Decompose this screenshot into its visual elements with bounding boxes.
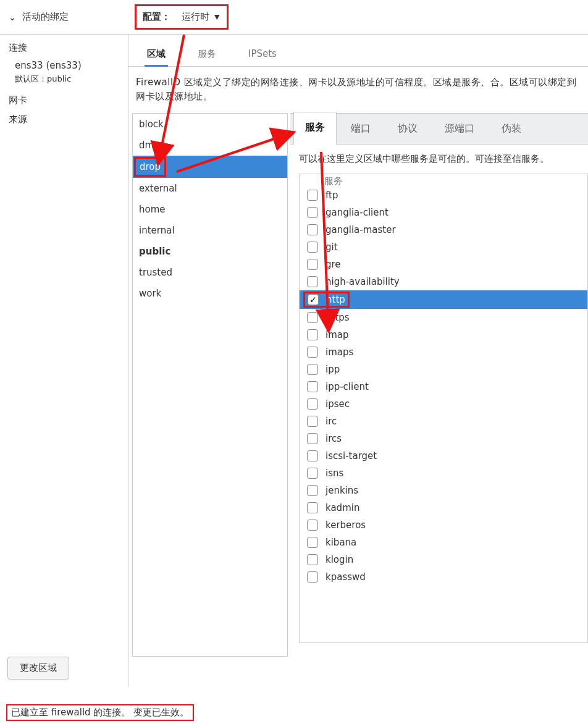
service-label: ipp	[326, 364, 340, 375]
service-checkbox[interactable]	[307, 329, 318, 340]
service-label: http	[326, 294, 345, 305]
service-checkbox[interactable]	[307, 207, 318, 218]
subtab-ports[interactable]: 端口	[340, 114, 382, 144]
services-list[interactable]: ftpganglia-clientganglia-mastergitgrehig…	[300, 174, 587, 642]
subtab-services[interactable]: 服务	[293, 112, 337, 145]
service-label: irc	[326, 416, 337, 427]
config-label: 配置：	[138, 7, 175, 27]
service-row-klogin[interactable]: klogin	[300, 551, 587, 568]
sidebar-nic-header: 网卡	[5, 91, 123, 110]
service-checkbox[interactable]	[307, 276, 318, 287]
zones-list[interactable]: blockdmzdropexternalhomeinternalpublictr…	[132, 113, 288, 657]
service-label: kpasswd	[326, 571, 366, 583]
service-label: imaps	[326, 347, 353, 358]
zone-item-internal[interactable]: internal	[133, 220, 287, 241]
services-description: 可以在这里定义区域中哪些服务是可信的。可连接至信服务。	[290, 145, 588, 171]
service-label: ftp	[326, 190, 338, 201]
service-row-https[interactable]: https	[300, 309, 587, 326]
config-value: 运行时	[182, 11, 209, 23]
service-label: ganglia-client	[326, 207, 388, 218]
service-row-irc[interactable]: irc	[300, 413, 587, 430]
service-row-ircs[interactable]: ircs	[300, 430, 587, 447]
service-row-imap[interactable]: imap	[300, 326, 587, 343]
service-checkbox[interactable]	[307, 364, 318, 375]
service-row-ganglia-master[interactable]: ganglia-master	[300, 221, 587, 238]
service-row-ganglia-client[interactable]: ganglia-client	[300, 204, 587, 221]
service-checkbox[interactable]	[307, 468, 318, 479]
service-row-ipp[interactable]: ipp	[300, 361, 587, 378]
service-row-isns[interactable]: isns	[300, 465, 587, 482]
zone-description: FirewallD 区域定义了绑定的网络连接、网卡以及源地址的可信程度。区域是服…	[128, 67, 588, 113]
tab-services[interactable]: 服务	[191, 44, 222, 66]
subtab-masquerade[interactable]: 伪装	[490, 114, 532, 144]
service-checkbox[interactable]	[307, 398, 318, 410]
service-label: kerberos	[326, 520, 366, 531]
zone-item-block[interactable]: block	[133, 114, 287, 135]
config-select[interactable]: 运行时 ▼	[175, 7, 225, 27]
zone-item-public[interactable]: public	[133, 241, 287, 262]
service-checkbox[interactable]	[307, 224, 318, 235]
service-row-ftp[interactable]: ftp	[300, 187, 587, 204]
service-label: iscsi-target	[326, 450, 377, 461]
service-row-ipp-client[interactable]: ipp-client	[300, 378, 587, 395]
service-row-kpasswd[interactable]: kpasswd	[300, 568, 587, 586]
service-row-kadmin[interactable]: kadmin	[300, 499, 587, 516]
service-checkbox[interactable]	[307, 571, 318, 583]
service-checkbox[interactable]	[308, 294, 319, 305]
service-checkbox[interactable]	[307, 450, 318, 461]
service-checkbox[interactable]	[307, 433, 318, 444]
service-checkbox[interactable]	[307, 381, 318, 392]
tab-zones[interactable]: 区域	[141, 44, 172, 66]
service-row-kibana[interactable]: kibana	[300, 534, 587, 551]
service-label: isns	[326, 468, 343, 479]
service-checkbox[interactable]	[307, 416, 318, 427]
zone-item-drop[interactable]: drop	[133, 156, 287, 178]
service-checkbox[interactable]	[307, 520, 318, 531]
sidebar-default-zone: 默认区：public	[5, 72, 123, 91]
service-row-high-availability[interactable]: high-availability	[300, 273, 587, 290]
change-zone-button[interactable]: 更改区域	[7, 657, 69, 680]
service-checkbox[interactable]	[307, 242, 318, 253]
active-bindings-label: 活动的绑定	[22, 11, 69, 23]
service-label: https	[326, 312, 350, 323]
service-row-ipsec[interactable]: ipsec	[300, 395, 587, 413]
sidebar-interface[interactable]: ens33 (ens33)	[5, 59, 123, 72]
chevron-down-icon: ⌄	[9, 12, 16, 22]
service-checkbox[interactable]	[307, 347, 318, 358]
service-label: ircs	[326, 433, 342, 444]
service-checkbox[interactable]	[307, 554, 318, 565]
service-row-kerberos[interactable]: kerberos	[300, 516, 587, 534]
service-row-imaps[interactable]: imaps	[300, 343, 587, 361]
service-label: jenkins	[326, 485, 358, 496]
service-row-gre[interactable]: gre	[300, 256, 587, 273]
service-checkbox[interactable]	[307, 502, 318, 513]
zone-item-home[interactable]: home	[133, 199, 287, 220]
service-label: imap	[326, 329, 349, 340]
active-bindings-header[interactable]: ⌄ 活动的绑定	[0, 0, 128, 34]
service-row-jenkins[interactable]: jenkins	[300, 482, 587, 499]
service-checkbox[interactable]	[307, 259, 318, 270]
service-label: kibana	[326, 537, 356, 548]
sidebar-connections-header: 连接	[5, 40, 123, 59]
status-bar: 已建立至 firewalld 的连接。 变更已生效。	[6, 704, 194, 721]
service-row-git[interactable]: git	[300, 238, 587, 256]
tab-ipsets[interactable]: IPSets	[242, 44, 283, 66]
zone-item-trusted[interactable]: trusted	[133, 262, 287, 283]
service-label: high-availability	[326, 276, 400, 287]
service-checkbox[interactable]	[307, 190, 318, 201]
subtab-protocols[interactable]: 协议	[387, 114, 429, 144]
services-column-header: 服务	[322, 175, 345, 187]
caret-down-icon: ▼	[214, 13, 219, 21]
service-label: ganglia-master	[326, 224, 396, 235]
zone-item-work[interactable]: work	[133, 283, 287, 304]
zone-item-dmz[interactable]: dmz	[133, 135, 287, 156]
service-label: ipp-client	[326, 381, 369, 392]
service-checkbox[interactable]	[307, 312, 318, 323]
zone-item-external[interactable]: external	[133, 178, 287, 199]
service-label: ipsec	[326, 398, 350, 410]
subtab-source-ports[interactable]: 源端口	[434, 114, 485, 144]
service-checkbox[interactable]	[307, 485, 318, 496]
service-row-iscsi-target[interactable]: iscsi-target	[300, 447, 587, 465]
service-row-http[interactable]: http	[300, 290, 587, 309]
service-checkbox[interactable]	[307, 537, 318, 548]
